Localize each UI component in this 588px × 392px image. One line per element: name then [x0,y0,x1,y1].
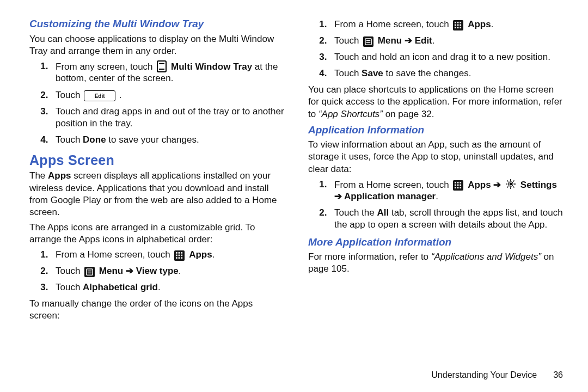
text: Touch [56,266,83,276]
label: Apps [189,249,212,260]
steps-alphabetical: From a Home screen, touch Apps. Touch Me… [29,249,284,293]
label: Menu [99,266,123,276]
text: on page 32. [383,109,434,119]
left-column: Customizing the Multi Window Tray You ca… [29,16,284,365]
p-apps-grid: The Apps icons are arranged in a customi… [29,222,284,246]
p-customizing-intro: You can choose applications to display o… [29,33,284,57]
settings-gear-icon [505,179,516,189]
step-3: Touch Alphabetical grid. [53,281,284,293]
svg-rect-0 [176,252,177,253]
text: . [432,35,435,46]
step-1: From any screen, touch Multi Window Tray… [53,60,284,85]
text: . [436,191,438,201]
text: . [491,19,494,29]
p-manual-intro: To manually change the order of the icon… [29,298,284,322]
svg-rect-29 [460,184,462,186]
multi-window-tray-icon [157,60,167,72]
menu-icon [363,36,373,47]
svg-rect-31 [457,187,459,188]
step-1: From a Home screen, touch Apps. [53,249,284,261]
label: All [377,207,389,218]
svg-point-34 [510,183,512,185]
svg-rect-25 [457,182,459,183]
steps-customizing: From any screen, touch Multi Window Tray… [29,60,284,146]
text: . [119,90,122,100]
svg-rect-24 [455,182,456,183]
svg-rect-5 [181,254,183,256]
svg-rect-1 [179,252,180,253]
label: Apps [468,179,491,189]
svg-rect-8 [181,257,183,259]
label: Edit [415,35,432,46]
apps-grid-icon [453,20,463,30]
arrow-icon: ➔ [402,35,414,46]
ref: “Applications and Widgets” [431,252,541,262]
arrow-icon: ➔ [123,266,136,276]
label: Apps [48,170,71,181]
label: Menu [378,35,402,46]
svg-rect-16 [457,24,459,26]
text: From any screen, touch [56,61,155,71]
svg-rect-14 [460,21,462,23]
text: Touch [56,282,83,292]
heading-apps-screen: Apps Screen [29,151,284,169]
heading-more-info: More Application Information [308,236,563,249]
page-footer: Understanding Your Device 36 [29,370,563,381]
text: For more information, refer to [308,252,431,262]
text: to save your changes. [108,134,199,145]
svg-rect-26 [460,182,462,183]
p-apps-desc: The Apps screen displays all application… [29,170,284,218]
text: to save the changes. [383,68,471,78]
svg-rect-32 [460,187,462,188]
svg-rect-15 [455,24,456,26]
arrow-icon: ➔ [491,179,504,189]
label: Save [362,68,383,78]
edit-pill-icon: Edit [84,90,115,101]
svg-rect-7 [179,257,180,259]
text: Touch [56,134,83,145]
steps-manual: From a Home screen, touch Apps. Touch Me… [308,19,563,79]
text: Touch [334,35,362,46]
chapter-title: Understanding Your Device [431,370,537,381]
heading-app-info: Application Information [308,124,563,137]
step-4: Touch Save to save the changes. [332,68,563,79]
apps-grid-icon [174,250,185,261]
svg-rect-9 [87,268,93,274]
svg-rect-27 [455,184,456,186]
p-app-info: To view information about an App, such a… [308,139,563,175]
text: Touch [56,90,83,100]
svg-rect-12 [455,21,456,23]
text: The [29,170,48,181]
svg-rect-18 [455,27,456,28]
page-columns: Customizing the Multi Window Tray You ca… [29,16,563,365]
label: Alphabetical grid [83,282,158,292]
text: From a Home screen, touch [334,19,451,29]
label: View type [136,266,179,276]
step-4: Touch Done to save your changes. [53,134,284,146]
arrow-icon: ➔ [334,191,344,201]
p-shortcuts: You can place shortcuts to applications … [308,84,563,120]
menu-icon [84,267,95,277]
step-3: Touch and hold an icon and drag it to a … [332,51,563,63]
apps-grid-icon [453,180,463,191]
svg-rect-4 [179,254,180,256]
text: From a Home screen, touch [56,249,173,260]
svg-rect-28 [457,184,459,186]
label: Multi Window Tray [171,61,252,71]
page-number: 36 [553,370,563,381]
text: . [158,282,161,292]
text: From a Home screen, touch [334,179,451,189]
step-2: Touch Menu ➔ View type. [53,265,284,277]
svg-rect-2 [181,252,183,253]
label: Done [83,134,106,145]
step-2: Touch the All tab, scroll through the ap… [332,207,563,231]
step-2: Touch Menu ➔ Edit. [332,35,563,47]
svg-rect-19 [457,27,459,28]
svg-rect-6 [176,257,177,259]
label: Settings [520,179,557,189]
svg-rect-13 [457,21,459,23]
svg-rect-20 [460,27,462,28]
right-column: From a Home screen, touch Apps. Touch Me… [308,16,563,365]
svg-rect-17 [460,24,462,26]
text: Touch the [334,207,377,218]
